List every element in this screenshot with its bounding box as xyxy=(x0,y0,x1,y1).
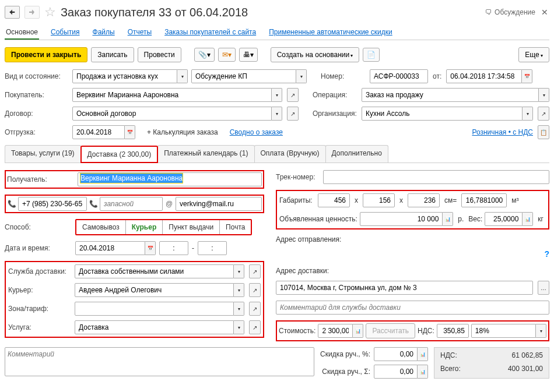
nav-tab-events[interactable]: События xyxy=(50,26,81,40)
weight-field[interactable] xyxy=(485,212,523,226)
post-button[interactable]: Провести xyxy=(138,47,181,62)
retail-vat-icon[interactable]: 📋 xyxy=(538,125,549,139)
delivery-comment-field[interactable] xyxy=(276,301,549,315)
report-button[interactable]: 📄 xyxy=(363,48,380,62)
calc-button[interactable]: Рассчитать xyxy=(366,323,415,338)
zone-open-icon[interactable]: ↗ xyxy=(249,302,261,316)
email-field[interactable] xyxy=(176,197,262,211)
kind-dropdown-icon[interactable]: ▾ xyxy=(177,69,188,83)
tab-delivery[interactable]: Доставка (2 300,00) xyxy=(80,146,159,163)
state-field[interactable] xyxy=(191,69,296,83)
operation-field[interactable] xyxy=(362,88,539,102)
service-field[interactable] xyxy=(75,264,234,278)
decl-val-label: Объявленная ценность: xyxy=(279,215,357,223)
disc-pct-field[interactable] xyxy=(374,347,418,361)
cost-vat-field[interactable] xyxy=(437,324,469,338)
date-field[interactable] xyxy=(446,69,522,83)
buyer-open-icon[interactable]: ↗ xyxy=(287,88,299,102)
to-addr-edit-icon[interactable]: … xyxy=(538,281,549,295)
delivery-date-calendar-icon[interactable]: 📅 xyxy=(145,241,156,255)
number-field[interactable] xyxy=(370,69,428,83)
datetime-label: Дата и время: xyxy=(5,244,72,252)
cost-field[interactable] xyxy=(318,324,353,338)
item-dropdown-icon[interactable]: ▾ xyxy=(234,320,244,334)
decl-calc-icon[interactable]: 📊 xyxy=(443,212,453,226)
nav-tab-files[interactable]: Файлы xyxy=(92,26,116,40)
shipment-date-field[interactable] xyxy=(72,125,125,139)
seg-courier[interactable]: Курьер xyxy=(126,220,163,234)
phone1-field[interactable] xyxy=(18,197,87,211)
print-button[interactable]: 🖶▾ xyxy=(239,48,258,62)
time-from-field[interactable] xyxy=(159,241,188,255)
disc-sum-calc-icon[interactable]: 📊 xyxy=(418,365,428,379)
shipment-calendar-icon[interactable]: 📅 xyxy=(125,125,135,139)
tab-payment-calendar[interactable]: Платежный календарь (1) xyxy=(157,145,254,163)
retail-vat-link[interactable]: Розничная • с НДС xyxy=(472,128,533,136)
tab-goods[interactable]: Товары, услуги (19) xyxy=(5,145,81,163)
item-field[interactable] xyxy=(75,320,234,334)
buyer-field[interactable] xyxy=(72,88,272,102)
courier-field[interactable] xyxy=(75,283,234,297)
nav-back-button[interactable]: 🠈 xyxy=(5,6,20,19)
help-icon[interactable]: ? xyxy=(276,249,549,259)
nav-tab-site-orders[interactable]: Заказы покупателей с сайта xyxy=(163,26,257,40)
tab-payment[interactable]: Оплата (Вручную) xyxy=(254,145,326,163)
operation-dropdown-icon[interactable]: ▾ xyxy=(539,88,549,102)
write-button[interactable]: Записать xyxy=(91,47,134,62)
seg-post[interactable]: Почта xyxy=(220,220,251,234)
close-icon[interactable]: ✕ xyxy=(540,8,549,17)
buyer-dropdown-icon[interactable]: ▾ xyxy=(272,88,282,102)
disc-pct-calc-icon[interactable]: 📊 xyxy=(418,347,428,361)
nav-tab-auto-discounts[interactable]: Примененные автоматические скидки xyxy=(268,26,394,40)
dim-vol-field[interactable] xyxy=(461,193,507,207)
attach-button[interactable]: 📎▾ xyxy=(194,48,215,62)
nav-forward-button[interactable]: 🠊 xyxy=(24,6,40,19)
courier-open-icon[interactable]: ↗ xyxy=(249,283,261,297)
weight-calc-icon[interactable]: 📊 xyxy=(523,212,533,226)
email-button[interactable]: ✉▾ xyxy=(218,48,236,62)
dim-d-field[interactable] xyxy=(408,193,440,207)
vat-rate-dropdown-icon[interactable]: ▾ xyxy=(536,324,546,338)
time-to-field[interactable] xyxy=(198,241,227,255)
phone2-field[interactable] xyxy=(100,197,163,211)
service-dropdown-icon[interactable]: ▾ xyxy=(234,264,244,278)
more-button[interactable]: Еще xyxy=(518,47,549,62)
org-open-icon[interactable]: ↗ xyxy=(538,107,549,121)
service-open-icon[interactable]: ↗ xyxy=(249,264,261,278)
cost-calc-icon[interactable]: 📊 xyxy=(353,324,363,338)
state-dropdown-icon[interactable]: ▾ xyxy=(296,69,307,83)
seg-point[interactable]: Пункт выдачи xyxy=(163,220,220,234)
nav-tab-main[interactable]: Основное xyxy=(5,26,39,40)
track-field[interactable] xyxy=(323,170,549,184)
to-addr-field[interactable] xyxy=(276,281,533,295)
tab-extra[interactable]: Дополнительно xyxy=(325,145,388,163)
org-dropdown-icon[interactable]: ▾ xyxy=(523,107,533,121)
dim-h-field[interactable] xyxy=(363,193,395,207)
zone-dropdown-icon[interactable]: ▾ xyxy=(234,302,244,316)
date-calendar-icon[interactable]: 📅 xyxy=(522,69,532,83)
contract-open-icon[interactable]: ↗ xyxy=(287,107,299,121)
org-field[interactable] xyxy=(362,107,523,121)
recipient-field[interactable]: Верквинг Марианна Аароновна xyxy=(78,172,262,186)
disc-sum-field[interactable] xyxy=(374,365,418,379)
kind-field[interactable] xyxy=(72,69,177,83)
vat-rate-field[interactable] xyxy=(471,324,536,338)
seg-pickup[interactable]: Самовывоз xyxy=(76,220,126,234)
nav-tab-reports[interactable]: Отчеты xyxy=(127,26,153,40)
summary-link[interactable]: Сводно о заказе xyxy=(230,128,283,136)
zone-field[interactable] xyxy=(75,302,234,316)
comment-field[interactable] xyxy=(5,347,314,376)
contract-dropdown-icon[interactable]: ▾ xyxy=(272,107,282,121)
shipment-label: Отгрузка: xyxy=(5,128,69,136)
delivery-date-field[interactable] xyxy=(75,241,145,255)
weight-label: Вес: xyxy=(468,215,482,223)
create-based-button[interactable]: Создать на основании xyxy=(271,47,360,62)
courier-dropdown-icon[interactable]: ▾ xyxy=(234,283,244,297)
post-close-button[interactable]: Провести и закрыть xyxy=(5,47,87,62)
discussion-link[interactable]: 🗨 Обсуждение xyxy=(485,8,535,16)
contract-field[interactable] xyxy=(72,107,272,121)
item-open-icon[interactable]: ↗ xyxy=(249,320,261,334)
dim-w-field[interactable] xyxy=(318,193,350,207)
favorite-star-icon[interactable]: ☆ xyxy=(44,5,56,20)
decl-val-field[interactable] xyxy=(360,212,443,226)
